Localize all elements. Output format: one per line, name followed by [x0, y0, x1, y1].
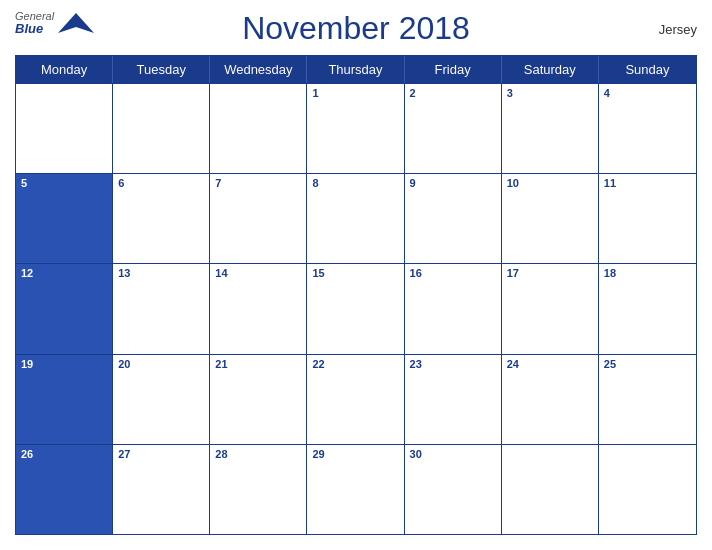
header-saturday: Saturday — [502, 56, 599, 83]
header-tuesday: Tuesday — [113, 56, 210, 83]
day-cell: 4 — [599, 84, 696, 173]
day-cell: 28 — [210, 445, 307, 534]
day-cell — [16, 84, 113, 173]
calendar-grid: Monday Tuesday Wednesday Thursday Friday… — [15, 55, 697, 535]
day-cell: 29 — [307, 445, 404, 534]
day-number: 2 — [410, 87, 496, 99]
week-row-2: 567891011 — [16, 173, 696, 263]
day-cell: 6 — [113, 174, 210, 263]
day-cell: 27 — [113, 445, 210, 534]
day-cell: 10 — [502, 174, 599, 263]
day-cell: 24 — [502, 355, 599, 444]
day-number: 6 — [118, 177, 204, 189]
day-number: 16 — [410, 267, 496, 279]
day-number: 22 — [312, 358, 398, 370]
day-cell: 7 — [210, 174, 307, 263]
day-cell: 14 — [210, 264, 307, 353]
day-cell: 15 — [307, 264, 404, 353]
day-cell — [502, 445, 599, 534]
day-cell: 17 — [502, 264, 599, 353]
day-cell: 1 — [307, 84, 404, 173]
day-cell: 3 — [502, 84, 599, 173]
day-number: 20 — [118, 358, 204, 370]
day-number: 13 — [118, 267, 204, 279]
day-number: 24 — [507, 358, 593, 370]
day-number: 15 — [312, 267, 398, 279]
weeks-container: 1234567891011121314151617181920212223242… — [16, 83, 696, 534]
day-number: 28 — [215, 448, 301, 460]
day-cell: 26 — [16, 445, 113, 534]
logo-area: General Blue — [15, 10, 96, 36]
day-cell: 21 — [210, 355, 307, 444]
day-cell: 25 — [599, 355, 696, 444]
day-cell: 19 — [16, 355, 113, 444]
day-number: 8 — [312, 177, 398, 189]
day-number: 18 — [604, 267, 691, 279]
week-row-4: 19202122232425 — [16, 354, 696, 444]
day-number: 23 — [410, 358, 496, 370]
day-number: 11 — [604, 177, 691, 189]
day-number: 1 — [312, 87, 398, 99]
day-number: 4 — [604, 87, 691, 99]
day-number: 25 — [604, 358, 691, 370]
day-number: 5 — [21, 177, 107, 189]
day-number: 3 — [507, 87, 593, 99]
day-number: 30 — [410, 448, 496, 460]
month-title: November 2018 — [242, 10, 470, 47]
day-cell: 11 — [599, 174, 696, 263]
day-cell: 22 — [307, 355, 404, 444]
day-number: 26 — [21, 448, 107, 460]
day-cell: 16 — [405, 264, 502, 353]
day-headers-row: Monday Tuesday Wednesday Thursday Friday… — [16, 56, 696, 83]
day-number: 10 — [507, 177, 593, 189]
header-thursday: Thursday — [307, 56, 404, 83]
header-sunday: Sunday — [599, 56, 696, 83]
day-number: 21 — [215, 358, 301, 370]
region-label: Jersey — [659, 21, 697, 36]
day-cell: 9 — [405, 174, 502, 263]
header-monday: Monday — [16, 56, 113, 83]
header-friday: Friday — [405, 56, 502, 83]
header-wednesday: Wednesday — [210, 56, 307, 83]
day-cell: 20 — [113, 355, 210, 444]
calendar-container: General Blue November 2018 Jersey Monday… — [0, 0, 712, 550]
calendar-header: General Blue November 2018 Jersey — [15, 10, 697, 47]
day-number: 9 — [410, 177, 496, 189]
day-number: 19 — [21, 358, 107, 370]
day-cell: 18 — [599, 264, 696, 353]
week-row-1: 1234 — [16, 83, 696, 173]
day-number: 27 — [118, 448, 204, 460]
day-cell: 12 — [16, 264, 113, 353]
day-cell — [210, 84, 307, 173]
logo-bird-icon — [56, 11, 96, 36]
day-cell: 23 — [405, 355, 502, 444]
week-row-3: 12131415161718 — [16, 263, 696, 353]
day-number: 14 — [215, 267, 301, 279]
day-cell: 2 — [405, 84, 502, 173]
day-cell — [599, 445, 696, 534]
day-number: 29 — [312, 448, 398, 460]
day-cell: 8 — [307, 174, 404, 263]
logo-blue: Blue — [15, 22, 54, 36]
svg-marker-0 — [58, 13, 94, 33]
day-number: 7 — [215, 177, 301, 189]
day-cell: 30 — [405, 445, 502, 534]
week-row-5: 2627282930 — [16, 444, 696, 534]
day-cell: 5 — [16, 174, 113, 263]
day-number: 17 — [507, 267, 593, 279]
day-cell: 13 — [113, 264, 210, 353]
day-cell — [113, 84, 210, 173]
day-number: 12 — [21, 267, 107, 279]
